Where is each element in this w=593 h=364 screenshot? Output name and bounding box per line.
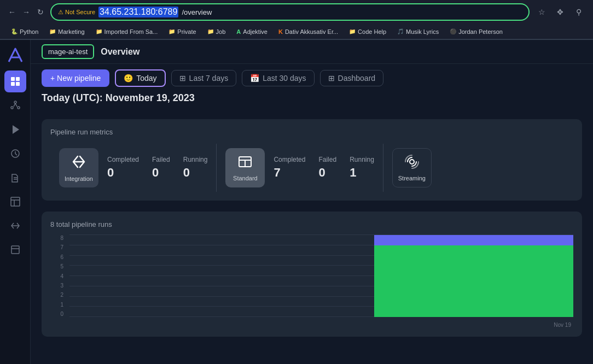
profile-button[interactable]: ⚲	[571, 4, 586, 20]
y-label-7: 7	[60, 244, 63, 250]
chart-section: 8 total pipeline runs	[42, 212, 582, 337]
integration-running-label: Running	[183, 156, 208, 163]
browser-chrome: ← → ↻ ⚠ Not Secure 34.65.231.180:6789 /o…	[0, 0, 593, 40]
today-icon: 🙂	[124, 74, 133, 83]
integration-failed-value: 0	[152, 166, 159, 180]
bookmark-musik[interactable]: 🎵 Musik Lyrics	[393, 27, 443, 36]
standard-stats: Completed 7 Failed 0 Running 1	[274, 156, 374, 180]
standard-icon-box: Standard	[225, 148, 265, 187]
not-secure-text: Not Secure	[65, 9, 95, 15]
toolbar: + New pipeline 🙂 Today ⊞ Last 7 days 📅 L…	[31, 64, 593, 92]
svg-line-8	[15, 103, 17, 107]
bookmark-marketing[interactable]: 📁 Marketing	[45, 27, 89, 36]
page-header: mage-ai-test Overview	[31, 40, 593, 64]
standard-completed-value: 7	[274, 166, 280, 180]
streaming-pipeline: Streaming	[383, 144, 440, 192]
chart-title: 8 total pipeline runs	[50, 220, 573, 228]
bookmark-imported[interactable]: 📁 Imported From Sa...	[91, 27, 162, 36]
sidebar-item-pipelines[interactable]	[4, 95, 26, 116]
python-bookmark-icon: 🐍	[11, 28, 18, 34]
chart-container: 8 7 6 5 4 3 2 1 0	[50, 235, 573, 328]
metrics-grid: Integration Completed 0 Failed 0	[50, 144, 573, 192]
bookmark-python[interactable]: 🐍 Python	[7, 27, 43, 36]
sidebar-item-overview[interactable]	[4, 71, 26, 92]
chart-x-axis: Nov 19	[69, 322, 573, 328]
streaming-icon	[403, 154, 421, 173]
svg-rect-13	[11, 197, 20, 206]
standard-running-label: Running	[350, 156, 374, 163]
standard-completed: Completed 7	[274, 156, 305, 180]
y-label-5: 5	[60, 263, 63, 269]
svg-rect-3	[16, 82, 20, 86]
standard-failed-label: Failed	[318, 156, 336, 163]
address-bar[interactable]: ⚠ Not Secure 34.65.231.180:6789 /overvie…	[50, 3, 530, 21]
today-label: Today	[136, 74, 156, 83]
back-button[interactable]: ←	[7, 7, 18, 17]
svg-rect-1	[16, 77, 20, 81]
integration-failed-label: Failed	[152, 156, 170, 163]
warning-icon: ⚠	[58, 9, 63, 16]
standard-running-value: 1	[350, 166, 356, 180]
grid-icon: ⊞	[179, 74, 186, 83]
forward-button[interactable]: →	[21, 7, 32, 17]
sidebar	[0, 40, 31, 364]
sidebar-item-files[interactable]	[4, 167, 26, 189]
standard-failed-value: 0	[318, 166, 325, 180]
date-heading: Today (UTC): November 19, 2023	[42, 92, 582, 110]
bookmark-dativ[interactable]: K Dativ Akkusativ Er...	[274, 27, 342, 36]
bar-group-4	[273, 235, 323, 317]
code-help-bookmark-label: Code Help	[358, 28, 386, 35]
metrics-card: Pipeline run metrics	[42, 119, 582, 201]
bookmark-jordan[interactable]: ⚫ Jordan Peterson	[445, 27, 507, 36]
sidebar-item-runs[interactable]	[4, 143, 26, 165]
bookmark-code-help[interactable]: 📁 Code Help	[345, 27, 391, 36]
dashboard-icon: ⊞	[328, 74, 335, 83]
integration-running-value: 0	[183, 166, 190, 180]
marketing-bookmark-icon: 📁	[49, 28, 56, 34]
y-label-3: 3	[60, 283, 63, 289]
dativ-bookmark-icon: K	[278, 28, 283, 35]
browser-toolbar: ← → ↻ ⚠ Not Secure 34.65.231.180:6789 /o…	[0, 0, 593, 24]
bookmark-job[interactable]: 📁 Job	[203, 27, 230, 36]
integration-completed-value: 0	[107, 166, 114, 180]
sidebar-item-variables[interactable]	[4, 215, 26, 237]
svg-point-23	[410, 160, 414, 164]
last-7-days-button[interactable]: ⊞ Last 7 days	[171, 70, 237, 86]
svg-rect-0	[11, 77, 15, 81]
bar-running	[374, 235, 573, 245]
svg-line-7	[14, 103, 15, 107]
refresh-button[interactable]: ↻	[35, 7, 46, 17]
dashboard-button[interactable]: ⊞ Dashboard	[320, 70, 384, 86]
integration-running: Running 0	[183, 156, 208, 180]
standard-running: Running 1	[350, 156, 374, 180]
python-bookmark-label: Python	[20, 28, 38, 35]
dashboard-label: Dashboard	[338, 74, 376, 83]
dativ-bookmark-label: Dativ Akkusativ Er...	[285, 28, 338, 35]
integration-label: Integration	[65, 175, 93, 182]
new-pipeline-button[interactable]: + New pipeline	[42, 69, 109, 87]
sidebar-item-triggers[interactable]	[4, 119, 26, 140]
star-button[interactable]: ☆	[534, 4, 549, 20]
streaming-label: Streaming	[398, 175, 426, 181]
browser-actions: ☆ ✥ ⚲	[534, 4, 586, 20]
extension-button[interactable]: ✥	[553, 4, 568, 20]
today-button[interactable]: 🙂 Today	[115, 69, 165, 87]
bookmark-adjektive[interactable]: A Adjektive	[232, 27, 272, 36]
page-title: Overview	[101, 47, 139, 57]
last-30-days-button[interactable]: 📅 Last 30 days	[242, 70, 314, 86]
sidebar-item-settings[interactable]	[4, 239, 26, 261]
sidebar-item-templates[interactable]	[4, 191, 26, 213]
project-badge[interactable]: mage-ai-test	[42, 44, 94, 59]
marketing-bookmark-label: Marketing	[58, 28, 84, 35]
musik-bookmark-label: Musik Lyrics	[406, 28, 439, 35]
standard-icon	[236, 154, 254, 173]
standard-pipeline: Standard Completed 7 Failed 0	[217, 144, 383, 192]
chart-y-axis: 8 7 6 5 4 3 2 1 0	[50, 235, 67, 317]
chart-area	[69, 235, 573, 317]
private-bookmark-label: Private	[177, 28, 196, 35]
metrics-title: Pipeline run metrics	[50, 128, 573, 136]
standard-failed: Failed 0	[318, 156, 336, 180]
bar-group-5	[324, 235, 374, 317]
bookmark-private[interactable]: 📁 Private	[164, 27, 200, 36]
y-label-8: 8	[60, 235, 63, 241]
